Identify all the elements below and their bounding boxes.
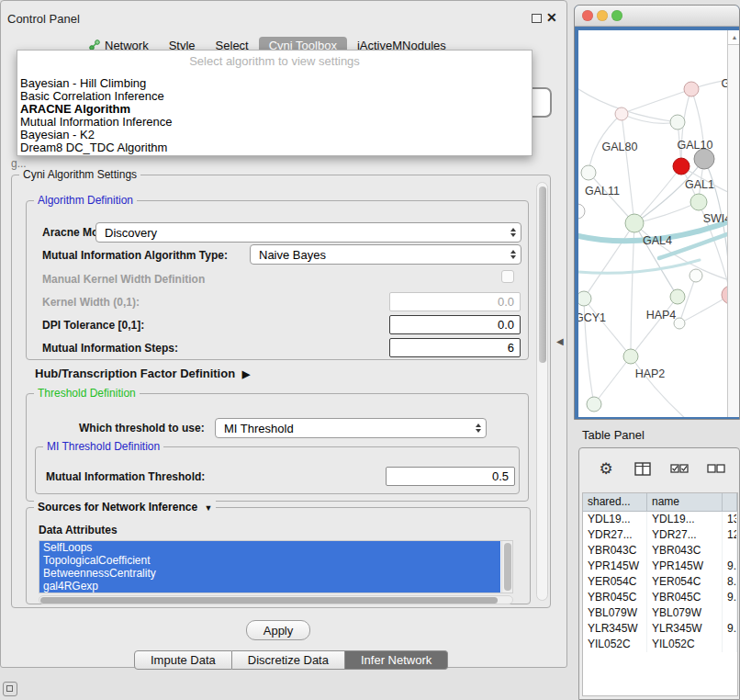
table-cell: 9. <box>723 559 737 574</box>
kernel-width-label: Kernel Width (0,1): <box>42 296 140 309</box>
attribute-list-item[interactable]: TopologicalCoefficient <box>39 554 500 567</box>
network-node[interactable] <box>581 165 596 180</box>
table-row[interactable]: YLR345WYLR345W9. <box>583 621 737 637</box>
table-row[interactable]: YBR045CYBR045C9. <box>583 590 737 605</box>
table-cell: YER054C <box>647 574 723 590</box>
network-canvas[interactable]: GAL80GAL10GAL11GAL1SWI4GAL4GCY1HAP4HAP2G… <box>578 30 740 417</box>
bottom-tab-discretize-data[interactable]: Discretize Data <box>232 650 345 670</box>
float-window-icon[interactable] <box>532 14 542 23</box>
network-vscrollbar[interactable]: ▲ <box>727 30 740 417</box>
table-column-header[interactable]: name <box>647 493 723 511</box>
network-node[interactable] <box>578 291 591 306</box>
dpi-tolerance-value: 0.0 <box>498 318 514 332</box>
hide-columns-icon[interactable] <box>704 457 728 480</box>
network-node[interactable] <box>615 107 628 120</box>
table-cell: 13 <box>723 512 737 527</box>
network-node[interactable] <box>578 204 585 219</box>
network-edge <box>584 223 634 299</box>
network-node[interactable] <box>684 82 699 96</box>
network-node[interactable] <box>625 214 644 232</box>
attribute-list-item[interactable]: BetweennessCentrality <box>39 567 500 580</box>
attributes-list-scrollbar[interactable] <box>501 541 512 593</box>
aracne-mode-value: Discovery <box>105 226 157 240</box>
hub-definition-toggle[interactable]: Hub/Transcription Factor Definition ▶ <box>35 367 250 380</box>
table-cell: YLR345W <box>583 621 647 637</box>
table-row[interactable]: YER054CYER054C8. <box>583 574 737 590</box>
attribute-list-item[interactable]: gal4RGexp <box>39 580 500 593</box>
settings-scrollbar-thumb[interactable] <box>539 186 546 363</box>
network-edge <box>622 114 634 223</box>
table-column-header[interactable] <box>723 493 737 511</box>
scroll-up-icon[interactable]: ▲ <box>728 30 740 45</box>
attributes-hscrollbar-thumb[interactable] <box>40 597 498 604</box>
network-node[interactable] <box>690 194 707 210</box>
mi-steps-input[interactable]: 6 <box>389 338 521 357</box>
attribute-list-item[interactable]: SelfLoops <box>39 541 500 554</box>
bottom-tab-bar: Impute DataDiscretize DataInfer Network <box>134 650 448 670</box>
zoom-window-icon[interactable] <box>611 10 622 21</box>
network-node-label: GAL11 <box>585 185 620 198</box>
restore-panel-icon[interactable] <box>3 682 17 696</box>
table-cell: YPR145W <box>647 559 723 574</box>
algorithm-option[interactable]: Dream8 DC_TDC Algorithm <box>19 141 532 154</box>
data-attributes-list[interactable]: SelfLoopsTopologicalCoefficientBetweenne… <box>39 540 513 593</box>
manual-kernel-checkbox[interactable] <box>501 270 514 283</box>
settings-scrollbar[interactable] <box>536 182 548 601</box>
network-edge <box>589 173 634 223</box>
dpi-tolerance-input[interactable]: 0.0 <box>389 315 521 334</box>
network-node[interactable] <box>670 115 685 130</box>
sources-group-title[interactable]: Sources for Network Inference ▼ <box>34 501 216 515</box>
network-node-label: GAL1 <box>685 178 714 191</box>
table-row[interactable]: YDL19...YDL19...13 <box>583 512 737 527</box>
table-row[interactable]: YPR145WYPR145W9. <box>583 559 737 574</box>
bottom-tab-impute-data[interactable]: Impute Data <box>134 650 232 670</box>
show-columns-icon[interactable] <box>667 457 691 480</box>
columns-icon[interactable] <box>631 457 655 480</box>
table-cell: YBL079W <box>647 605 723 621</box>
table-row[interactable]: YBL079WYBL079W <box>583 605 737 621</box>
aracne-mode-select[interactable]: Discovery <box>95 222 521 243</box>
table-row[interactable]: YBR043CYBR043C <box>583 543 737 559</box>
algorithm-option[interactable]: Mutual Information Inference <box>19 116 532 129</box>
bottom-tab-infer-network[interactable]: Infer Network <box>345 650 448 670</box>
attributes-hscrollbar[interactable] <box>39 595 513 604</box>
close-panel-icon[interactable]: ✕ <box>546 10 557 25</box>
algorithm-dropdown-popup: Select algorithm to view settings Bayesi… <box>17 50 533 156</box>
sources-title-text: Sources for Network Inference <box>38 501 197 514</box>
table-cell: 9. <box>723 621 737 637</box>
split-pane-collapse-icon[interactable]: ◀ <box>556 336 564 346</box>
table-cell: YDR27... <box>583 527 647 543</box>
mi-type-select[interactable]: Naive Bayes <box>250 244 521 265</box>
dpi-tolerance-label: DPI Tolerance [0,1]: <box>42 319 144 332</box>
table-row[interactable]: YIL052CYIL052C <box>583 637 737 652</box>
network-node[interactable] <box>587 397 601 412</box>
algorithm-option[interactable]: Bayesian - K2 <box>19 129 532 141</box>
network-edge <box>594 356 631 404</box>
minimize-window-icon[interactable] <box>597 10 608 21</box>
attributes-list-scrollbar-thumb[interactable] <box>504 543 511 591</box>
close-window-icon[interactable] <box>582 10 593 21</box>
algorithm-option[interactable]: Basic Correlation Inference <box>19 90 532 103</box>
algorithm-option[interactable]: Bayesian - Hill Climbing <box>19 77 532 90</box>
algorithm-option[interactable]: ARACNE Algorithm <box>19 103 532 116</box>
mi-threshold-input[interactable]: 0.5 <box>386 467 515 486</box>
mi-steps-value: 6 <box>508 341 514 355</box>
kernel-width-input[interactable]: 0.0 <box>389 292 521 311</box>
apply-button[interactable]: Apply <box>246 620 310 640</box>
gear-icon[interactable]: ⚙ <box>594 457 618 480</box>
network-node[interactable] <box>623 349 638 364</box>
network-view-window: GAL80GAL10GAL11GAL1SWI4GAL4GCY1HAP4HAP2G… <box>574 5 740 420</box>
mi-steps-label: Mutual Information Steps: <box>42 342 178 355</box>
network-node[interactable] <box>673 158 690 175</box>
network-node-label: GCY1 <box>578 311 606 324</box>
table-column-header[interactable]: shared... <box>583 493 647 511</box>
network-edge <box>578 260 700 273</box>
table-cell: YIL052C <box>583 637 647 652</box>
table-row[interactable]: YDR27...YDR27...12 <box>583 527 737 543</box>
network-node[interactable] <box>670 289 685 304</box>
which-threshold-select[interactable]: MI Threshold <box>215 418 487 438</box>
network-node[interactable] <box>690 269 702 282</box>
network-node[interactable] <box>694 149 714 169</box>
data-attributes-label: Data Attributes <box>39 524 118 536</box>
network-window-titlebar[interactable] <box>575 6 739 27</box>
